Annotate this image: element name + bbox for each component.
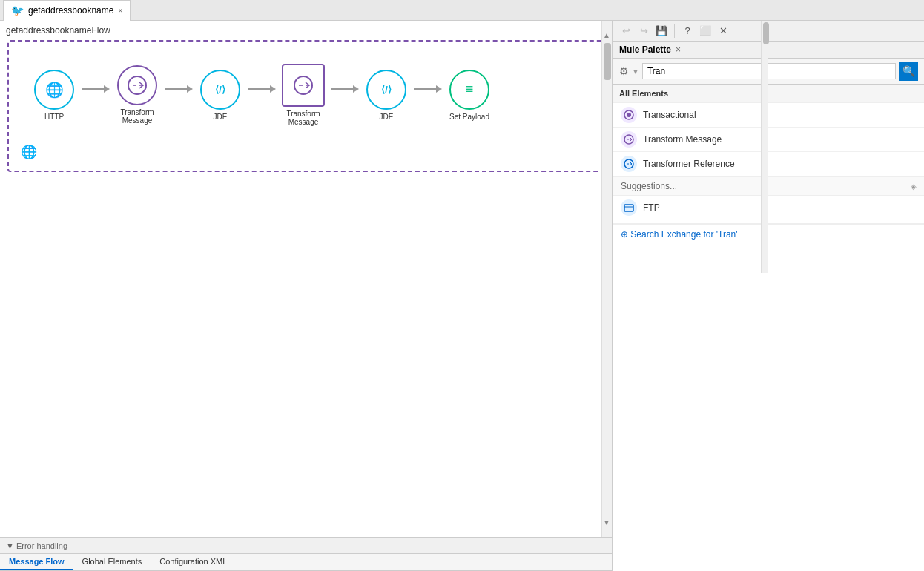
flow-node-jde1[interactable]: ⟨/⟩ JDE bbox=[194, 70, 246, 121]
canvas-area: getaddressbooknameFlow 🌐 HTTP bbox=[0, 21, 612, 538]
palette-settings-icon[interactable]: ⚙ bbox=[619, 65, 629, 77]
left-panel: getaddressbooknameFlow 🌐 HTTP bbox=[0, 21, 613, 571]
error-handling-bar[interactable]: ▼ Error handling bbox=[0, 538, 612, 553]
layout-button[interactable]: ⬜ bbox=[697, 23, 713, 39]
exchange-search-link[interactable]: ⊕ Search Exchange for 'Tran' bbox=[613, 224, 924, 244]
arrow-3 bbox=[246, 85, 277, 93]
arrow-4 bbox=[329, 85, 360, 93]
tab-configuration-xml[interactable]: Configuration XML bbox=[151, 554, 236, 570]
flow-node-transform1[interactable]: TransformMessage bbox=[111, 65, 163, 125]
ftp-label: FTP bbox=[643, 202, 660, 213]
error-flow-icon: 🌐 bbox=[13, 141, 598, 163]
http-node-label: HTTP bbox=[44, 113, 64, 121]
palette-search-input[interactable] bbox=[642, 63, 896, 79]
flow-node-transform2[interactable]: TransformMessage bbox=[277, 64, 329, 126]
jde2-node-circle[interactable]: ⟨/⟩ bbox=[366, 70, 406, 110]
tab-close-button[interactable]: × bbox=[118, 7, 122, 15]
http-node-circle[interactable]: 🌐 bbox=[34, 70, 74, 110]
suggestions-expand-icon: ◈ bbox=[911, 182, 917, 191]
transactional-icon bbox=[621, 107, 637, 123]
arrow-5 bbox=[412, 85, 443, 93]
palette-title: Mule Palette bbox=[619, 44, 671, 55]
error-label: Error handling bbox=[16, 541, 67, 550]
ftp-icon bbox=[621, 199, 637, 216]
redo-button[interactable]: ↪ bbox=[636, 23, 652, 39]
transform2-node-circle[interactable] bbox=[286, 68, 320, 102]
setpayload-node-circle[interactable]: ≡ bbox=[449, 70, 489, 110]
transform1-node-circle[interactable] bbox=[117, 65, 157, 105]
palette-content: All Elements Transactional Transform Mes… bbox=[613, 85, 924, 571]
main-tab[interactable]: 🐦 getaddressbookname × bbox=[3, 0, 131, 21]
tab-icon: 🐦 bbox=[11, 4, 24, 16]
arrow-1 bbox=[80, 85, 111, 93]
close-panel-button[interactable]: ✕ bbox=[715, 23, 731, 39]
tab-label: getaddressbookname bbox=[28, 5, 113, 16]
exchange-icon: ⊕ bbox=[621, 229, 630, 240]
transactional-label: Transactional bbox=[643, 110, 696, 120]
svg-rect-6 bbox=[624, 205, 633, 211]
main-tab-bar: 🐦 getaddressbookname × bbox=[0, 0, 924, 21]
palette-item-transactional[interactable]: Transactional bbox=[613, 103, 924, 128]
palette-header: Mule Palette × bbox=[613, 42, 924, 59]
help-button[interactable]: ? bbox=[679, 23, 696, 39]
error-arrow: ▼ bbox=[6, 541, 16, 550]
undo-button[interactable]: ↩ bbox=[618, 23, 634, 39]
transformer-reference-icon bbox=[621, 156, 637, 172]
transform-message-icon bbox=[621, 131, 637, 148]
suggestions-row[interactable]: Suggestions... ◈ bbox=[613, 176, 924, 196]
transform-message-label: Transform Message bbox=[643, 134, 722, 145]
jde1-label: JDE bbox=[214, 113, 228, 121]
all-elements-label: All Elements bbox=[613, 85, 924, 103]
palette-close-button[interactable]: × bbox=[676, 44, 681, 55]
jde2-label: JDE bbox=[380, 113, 394, 121]
palette-item-transformer-reference[interactable]: Transformer Reference bbox=[613, 152, 924, 176]
flow-node-http[interactable]: 🌐 HTTP bbox=[28, 70, 80, 121]
dropdown-arrow[interactable]: ▼ bbox=[632, 67, 639, 76]
save-button[interactable]: 💾 bbox=[653, 23, 670, 39]
palette-item-transform-message[interactable]: Transform Message bbox=[613, 128, 924, 152]
tab-message-flow[interactable]: Message Flow bbox=[0, 554, 73, 570]
flow-tab-bar: Message Flow Global Elements Configurati… bbox=[0, 553, 612, 571]
exchange-link-text: Search Exchange for 'Tran' bbox=[630, 229, 737, 240]
svg-point-3 bbox=[627, 113, 631, 117]
palette-item-ftp[interactable]: FTP bbox=[613, 196, 924, 220]
jde1-node-circle[interactable]: ⟨/⟩ bbox=[200, 70, 240, 110]
tab-global-elements[interactable]: Global Elements bbox=[73, 554, 151, 570]
flow-diagram: 🌐 HTTP TransformMessage bbox=[13, 49, 598, 141]
mule-palette-panel: ↩ ↪ 💾 ? ⬜ ✕ Mule Palette × ⚙ ▼ 🔍 All Ele… bbox=[613, 21, 924, 571]
transform1-label: TransformMessage bbox=[120, 108, 154, 125]
transform2-node-box[interactable] bbox=[282, 64, 325, 107]
flow-node-setpayload[interactable]: ≡ Set Payload bbox=[443, 70, 495, 121]
palette-search-button[interactable]: 🔍 bbox=[899, 62, 918, 81]
main-layout: getaddressbooknameFlow 🌐 HTTP bbox=[0, 21, 924, 571]
setpayload-label: Set Payload bbox=[449, 113, 489, 121]
transform2-label: TransformMessage bbox=[286, 110, 320, 126]
transformer-reference-label: Transformer Reference bbox=[643, 159, 735, 169]
palette-search-row: ⚙ ▼ 🔍 bbox=[613, 59, 924, 85]
arrow-2 bbox=[163, 85, 194, 93]
flow-node-jde2[interactable]: ⟨/⟩ JDE bbox=[360, 70, 412, 121]
flow-label: getaddressbooknameFlow bbox=[0, 21, 612, 40]
